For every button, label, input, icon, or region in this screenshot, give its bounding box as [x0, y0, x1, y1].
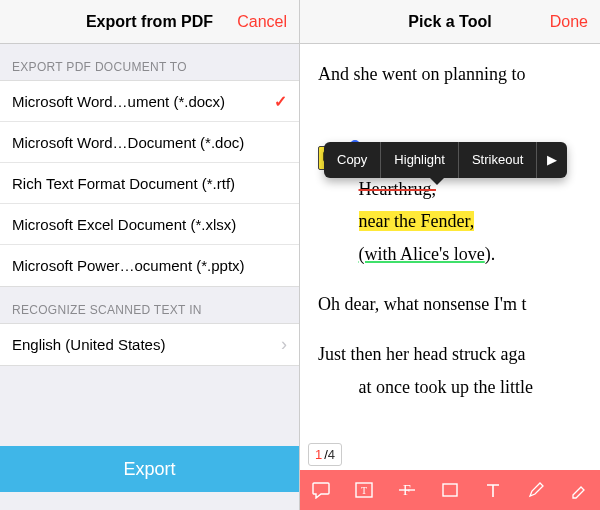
textbox-tool-icon[interactable]: T	[351, 482, 377, 498]
language-label: English (United States)	[12, 336, 165, 353]
doc-line-6: Oh dear, what nonsense I'm t	[318, 288, 600, 320]
strikeout-text: Hearthrug,	[359, 179, 436, 199]
checkmark-icon: ✓	[274, 92, 287, 111]
section-export-to: EXPORT PDF DOCUMENT TO	[0, 44, 299, 80]
page-current: 1	[315, 447, 322, 462]
chevron-right-icon: ›	[281, 334, 287, 355]
export-button[interactable]: Export	[0, 446, 299, 492]
format-docx[interactable]: Microsoft Word…ument (*.docx) ✓	[0, 81, 299, 122]
svg-text:T: T	[361, 485, 367, 496]
format-label: Rich Text Format Document (*.rtf)	[12, 175, 235, 192]
page-total: 4	[328, 447, 335, 462]
page-counter[interactable]: 1 / 4	[308, 443, 342, 466]
format-list: Microsoft Word…ument (*.docx) ✓ Microsof…	[0, 80, 299, 287]
format-xlsx[interactable]: Microsoft Excel Document (*.xlsx)	[0, 204, 299, 245]
text-tool-icon[interactable]	[480, 481, 506, 499]
shape-tool-icon[interactable]	[437, 482, 463, 498]
doc-line-7a: Just then her head struck aga	[318, 344, 525, 364]
export-panel: Export from PDF Cancel EXPORT PDF DOCUME…	[0, 0, 300, 510]
underlined-text: (with Alice's love	[359, 244, 485, 264]
export-title: Export from PDF	[86, 13, 213, 31]
doc-line-7b: at once took up the little	[359, 377, 533, 397]
svg-rect-4	[443, 484, 457, 496]
eraser-tool-icon[interactable]	[565, 481, 591, 499]
document-panel: Pick a Tool Done And she went on plannin…	[300, 0, 600, 510]
tool-header: Pick a Tool Done	[300, 0, 600, 44]
doc-line-1: And she went on planning to	[318, 58, 600, 90]
document-body[interactable]: And she went on planning to Alice 's Rig…	[300, 44, 600, 470]
export-button-label: Export	[123, 459, 175, 480]
format-doc[interactable]: Microsoft Word…Document (*.doc)	[0, 122, 299, 163]
menu-more-icon[interactable]: ▶	[537, 148, 567, 171]
menu-copy[interactable]: Copy	[324, 142, 381, 178]
format-rtf[interactable]: Rich Text Format Document (*.rtf)	[0, 163, 299, 204]
section-language: RECOGNIZE SCANNED TEXT IN	[0, 287, 299, 323]
text-context-menu: Copy Highlight Strikeout ▶	[324, 142, 567, 178]
cancel-button[interactable]: Cancel	[237, 13, 287, 31]
pencil-tool-icon[interactable]	[523, 481, 549, 499]
menu-strikeout[interactable]: Strikeout	[459, 142, 537, 178]
format-pptx[interactable]: Microsoft Power…ocument (*.pptx)	[0, 245, 299, 286]
annotation-toolbar: T F	[300, 470, 600, 510]
format-label: Microsoft Excel Document (*.xlsx)	[12, 216, 236, 233]
format-label: Microsoft Word…ument (*.docx)	[12, 93, 225, 110]
comment-tool-icon[interactable]	[308, 481, 334, 499]
menu-highlight[interactable]: Highlight	[381, 142, 459, 178]
highlighted-text: near the Fender,	[359, 211, 475, 231]
language-row[interactable]: English (United States) ›	[0, 324, 299, 365]
format-label: Microsoft Power…ocument (*.pptx)	[12, 257, 245, 274]
strikethrough-tool-icon[interactable]: F	[394, 482, 420, 498]
language-list: English (United States) ›	[0, 323, 299, 366]
tool-title: Pick a Tool	[408, 13, 491, 31]
doc-text: ).	[485, 244, 496, 264]
format-label: Microsoft Word…Document (*.doc)	[12, 134, 244, 151]
export-header: Export from PDF Cancel	[0, 0, 299, 44]
done-button[interactable]: Done	[550, 13, 588, 31]
